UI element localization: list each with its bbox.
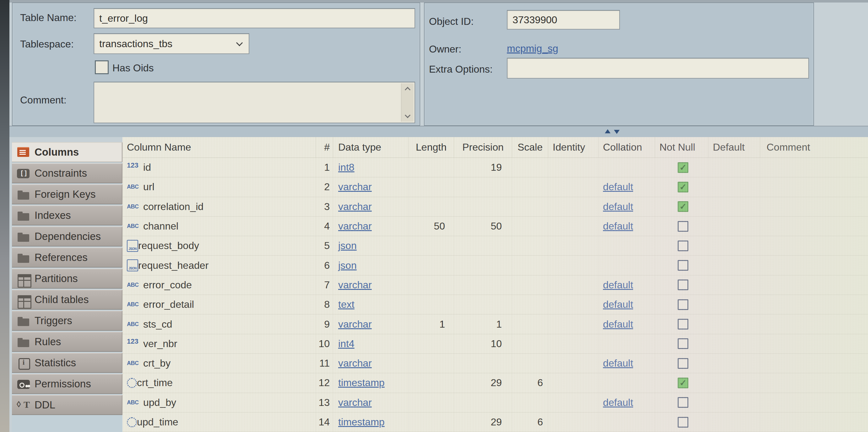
data-type-link[interactable]: json	[338, 240, 357, 252]
table-row-error_code[interactable]: ABCerror_code7varchardefault	[122, 276, 868, 295]
data-type-link[interactable]: timestamp	[338, 416, 385, 428]
header-scale[interactable]: Scale	[512, 137, 548, 157]
tablespace-select[interactable]: transactions_tbs	[94, 33, 249, 54]
header-nn[interactable]: Not Null	[655, 137, 708, 157]
table-row-sts_cd[interactable]: ABCsts_cd9varchar11default	[122, 314, 868, 334]
sidebar-item-rules[interactable]: Rules	[12, 332, 122, 352]
not-null-checkbox[interactable]	[678, 319, 688, 329]
table-row-id[interactable]: 123id1int819	[122, 158, 868, 177]
identity-cell	[548, 393, 598, 412]
sidebar-item-indexes[interactable]: Indexes	[12, 205, 122, 225]
data-type-link[interactable]: varchar	[338, 397, 372, 408]
collation-link[interactable]: default	[603, 279, 633, 291]
precision-cell	[454, 276, 512, 295]
header-ident[interactable]: Identity	[548, 137, 598, 157]
not-null-checkbox[interactable]	[678, 240, 688, 251]
not-null-checkbox[interactable]	[678, 260, 688, 271]
data-type-link[interactable]: int4	[338, 338, 354, 350]
sort-descending-icon[interactable]	[614, 130, 620, 134]
not-null-checkbox[interactable]	[678, 397, 688, 408]
data-type-link[interactable]: varchar	[338, 318, 372, 330]
sidebar-item-child-tables[interactable]: Child tables	[12, 290, 122, 310]
column-name-cell: 123ver_nbr	[122, 334, 316, 353]
collation-link[interactable]: default	[603, 181, 633, 193]
string-type-icon: ABC	[127, 321, 143, 327]
data-type-link[interactable]: int8	[338, 162, 354, 173]
header-name[interactable]: Column Name	[122, 137, 316, 157]
table-row-upd_time[interactable]: upd_time14timestamp296	[122, 412, 868, 432]
collation-link[interactable]: default	[603, 357, 633, 369]
sidebar-item-triggers[interactable]: Triggers	[12, 311, 122, 331]
collation-link[interactable]: default	[603, 318, 633, 330]
not-null-checkbox[interactable]	[678, 378, 688, 388]
data-type-link[interactable]: json	[338, 260, 357, 271]
data-type-cell: int8	[333, 158, 408, 177]
not-null-checkbox[interactable]	[678, 221, 688, 232]
comment-textarea[interactable]	[94, 82, 415, 123]
sidebar-item-partitions[interactable]: Partitions	[12, 268, 122, 289]
not-null-checkbox[interactable]	[678, 358, 688, 369]
data-type-link[interactable]: text	[338, 299, 354, 310]
header-com[interactable]: Comment	[760, 137, 868, 157]
data-type-link[interactable]: varchar	[338, 279, 372, 291]
not-null-checkbox[interactable]	[678, 182, 688, 193]
sidebar-item-statistics[interactable]: Statistics	[12, 353, 122, 373]
table-row-crt_by[interactable]: ABCcrt_by11varchardefault	[122, 354, 868, 373]
object-id-input[interactable]: 37339900	[507, 10, 620, 30]
not-null-checkbox[interactable]	[678, 417, 688, 428]
collation-link[interactable]: default	[603, 221, 633, 232]
scroll-up-icon[interactable]	[404, 87, 410, 92]
table-row-channel[interactable]: ABCchannel4varchar5050default	[122, 217, 868, 236]
has-oids-checkbox[interactable]	[95, 60, 108, 74]
default-cell	[708, 217, 760, 236]
table-row-error_detail[interactable]: ABCerror_detail8textdefault	[122, 295, 868, 314]
identity-cell	[548, 217, 598, 236]
not-null-checkbox[interactable]	[678, 280, 688, 290]
table-row-request_body[interactable]: JSONrequest_body5json	[122, 236, 868, 256]
sidebar-item-label: Constraints	[35, 167, 87, 179]
data-type-link[interactable]: varchar	[338, 201, 372, 212]
header-coll[interactable]: Collation	[598, 137, 655, 157]
ordinal-cell: 11	[316, 354, 333, 373]
header-prec[interactable]: Precision	[454, 137, 512, 157]
sidebar-item-constraints[interactable]: Constraints	[12, 163, 122, 183]
header-def[interactable]: Default	[708, 137, 760, 157]
sidebar-item-columns[interactable]: Columns	[12, 142, 122, 162]
table-row-crt_time[interactable]: crt_time12timestamp296	[122, 373, 868, 393]
sidebar-item-ddl[interactable]: DDL	[12, 395, 122, 415]
length-cell: 1	[408, 314, 454, 334]
table-row-upd_by[interactable]: ABCupd_by13varchardefault	[122, 393, 868, 412]
data-type-link[interactable]: varchar	[338, 221, 372, 232]
collation-link[interactable]: default	[603, 299, 633, 310]
collation-link[interactable]: default	[603, 201, 633, 212]
table-row-request_header[interactable]: JSONrequest_header6json	[122, 256, 868, 275]
header-len[interactable]: Length	[408, 137, 454, 157]
sidebar-item-foreign-keys[interactable]: Foreign Keys	[12, 184, 122, 204]
data-type-link[interactable]: varchar	[338, 181, 372, 193]
sort-ascending-icon[interactable]	[605, 129, 611, 133]
table-row-url[interactable]: ABCurl2varchardefault	[122, 177, 868, 197]
sidebar-item-dependencies[interactable]: Dependencies	[12, 226, 122, 247]
sidebar-item-permissions[interactable]: Permissions	[12, 374, 122, 394]
data-type-link[interactable]: timestamp	[338, 377, 385, 388]
not-null-checkbox[interactable]	[678, 299, 688, 310]
header-num[interactable]: #	[316, 137, 333, 157]
table-row-ver_nbr[interactable]: 123ver_nbr10int410	[122, 334, 868, 354]
comment-scrollbar[interactable]	[401, 83, 413, 122]
scroll-down-icon[interactable]	[404, 112, 410, 118]
column-name-cell: crt_time	[122, 373, 316, 393]
collation-link[interactable]: default	[603, 397, 633, 408]
header-dtype[interactable]: Data type	[333, 137, 408, 157]
sidebar-item-references[interactable]: References	[12, 248, 122, 267]
object-id-label: Object ID:	[429, 16, 473, 27]
not-null-checkbox[interactable]	[678, 201, 688, 212]
table-row-correlation_id[interactable]: ABCcorrelation_id3varchardefault	[122, 197, 868, 217]
not-null-checkbox[interactable]	[678, 338, 688, 349]
not-null-checkbox[interactable]	[678, 162, 688, 173]
timestamp-type-icon	[127, 417, 137, 427]
extra-options-input[interactable]	[507, 58, 809, 79]
owner-link[interactable]: mcpmig_sg	[507, 43, 558, 54]
data-type-link[interactable]: varchar	[338, 357, 372, 369]
table-name-input[interactable]: t_error_log	[94, 8, 415, 28]
data-type-cell: varchar	[333, 177, 408, 197]
